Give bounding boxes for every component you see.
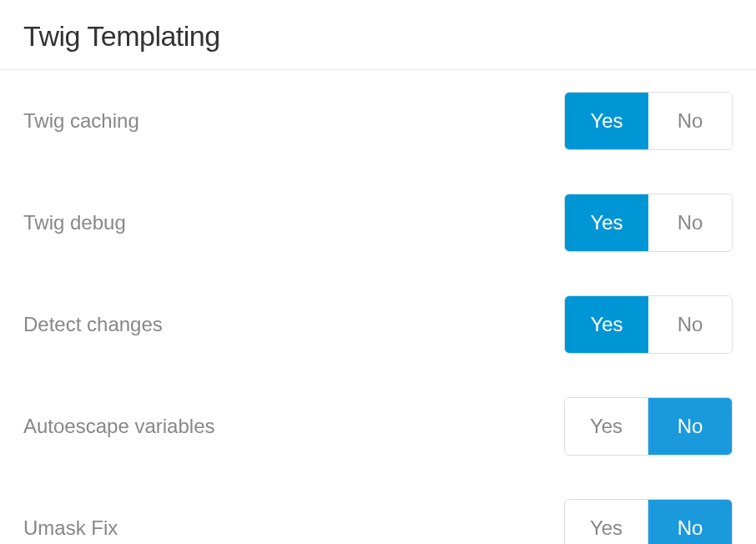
setting-label: Twig debug — [23, 211, 126, 234]
toggle-autoescape-variables: Yes No — [564, 397, 733, 456]
toggle-twig-debug: Yes No — [564, 194, 733, 252]
toggle-no-button[interactable]: No — [648, 398, 732, 455]
setting-row-umask-fix: Umask Fix Yes No — [23, 477, 733, 544]
toggle-yes-button[interactable]: Yes — [565, 398, 648, 455]
toggle-twig-caching: Yes No — [564, 92, 733, 150]
toggle-no-button[interactable]: No — [648, 194, 732, 251]
toggle-yes-button[interactable]: Yes — [565, 194, 648, 251]
setting-label: Umask Fix — [23, 516, 118, 540]
setting-label: Autoescape variables — [23, 415, 214, 438]
settings-list: Twig caching Yes No Twig debug Yes No De… — [0, 70, 756, 544]
toggle-yes-button[interactable]: Yes — [565, 296, 648, 353]
toggle-yes-button[interactable]: Yes — [565, 500, 648, 544]
setting-row-detect-changes: Detect changes Yes No — [23, 274, 733, 375]
toggle-no-button[interactable]: No — [648, 93, 732, 149]
setting-row-autoescape-variables: Autoescape variables Yes No — [23, 375, 733, 477]
toggle-detect-changes: Yes No — [564, 295, 733, 354]
setting-row-twig-debug: Twig debug Yes No — [23, 172, 733, 274]
toggle-no-button[interactable]: No — [648, 296, 732, 353]
setting-row-twig-caching: Twig caching Yes No — [23, 70, 733, 172]
toggle-umask-fix: Yes No — [564, 499, 733, 544]
toggle-yes-button[interactable]: Yes — [565, 93, 648, 149]
setting-label: Detect changes — [23, 313, 163, 336]
section-title: Twig Templating — [0, 0, 756, 70]
toggle-no-button[interactable]: No — [648, 500, 732, 544]
setting-label: Twig caching — [23, 109, 139, 133]
